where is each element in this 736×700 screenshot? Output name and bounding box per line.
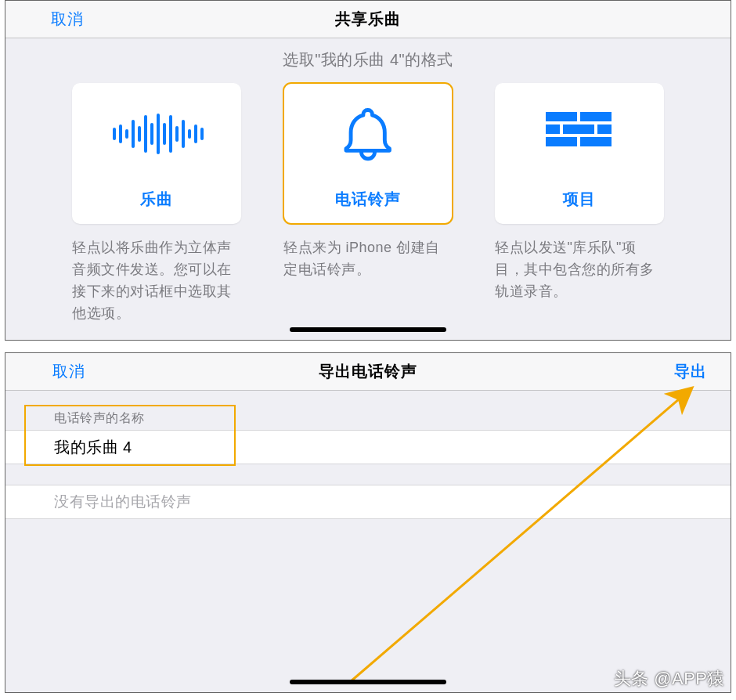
card-project-desc: 轻点以发送"库乐队"项目，其中包含您的所有多轨道录音。: [495, 236, 664, 302]
home-indicator: [290, 680, 446, 684]
cancel-button[interactable]: 取消: [52, 361, 85, 382]
card-song-label: 乐曲: [140, 189, 173, 210]
svg-rect-17: [546, 124, 560, 134]
card-ringtone[interactable]: 电话铃声: [283, 83, 453, 224]
navbar: 取消 导出电话铃声 导出: [5, 353, 731, 391]
no-exported-ringtone-row: 没有导出的电话铃声: [5, 485, 731, 519]
svg-rect-15: [546, 112, 577, 121]
card-project[interactable]: 项目: [495, 83, 664, 224]
page-title: 共享乐曲: [5, 9, 731, 30]
card-ringtone-label: 电话铃声: [335, 189, 401, 210]
export-button[interactable]: 导出: [674, 361, 707, 382]
svg-rect-18: [563, 124, 594, 134]
svg-rect-16: [580, 112, 612, 121]
format-cards-row: 乐曲 轻点以将乐曲作为立体声音频文件发送。您可以在接下来的对话框中选取其他选项。…: [5, 83, 731, 324]
waveform-icon: [72, 83, 241, 185]
card-col-song: 乐曲 轻点以将乐曲作为立体声音频文件发送。您可以在接下来的对话框中选取其他选项。: [72, 83, 241, 324]
watermark: 头条 @APP猿: [614, 667, 725, 691]
ringtone-name-section: 电话铃声的名称 我的乐曲 4: [5, 406, 731, 464]
card-song-desc: 轻点以将乐曲作为立体声音频文件发送。您可以在接下来的对话框中选取其他选项。: [72, 236, 241, 324]
home-indicator: [290, 327, 446, 332]
page-title: 导出电话铃声: [5, 361, 731, 382]
card-ringtone-desc: 轻点来为 iPhone 创建自定电话铃声。: [283, 236, 453, 280]
card-project-label: 项目: [563, 189, 596, 210]
cancel-button[interactable]: 取消: [51, 9, 84, 30]
format-subtitle: 选取"我的乐曲 4"的格式: [5, 49, 731, 70]
svg-rect-19: [597, 124, 612, 134]
card-col-project: 项目 轻点以发送"库乐队"项目，其中包含您的所有多轨道录音。: [495, 83, 664, 324]
export-ringtone-panel: 取消 导出电话铃声 导出 电话铃声的名称 我的乐曲 4 没有导出的电话铃声: [5, 352, 731, 693]
annotation-arrow-icon: [5, 353, 732, 694]
bell-icon: [283, 83, 453, 185]
card-col-ringtone: 电话铃声 轻点来为 iPhone 创建自定电话铃声。: [283, 83, 453, 324]
card-song[interactable]: 乐曲: [72, 83, 241, 224]
bricks-icon: [495, 83, 664, 185]
share-song-panel: 取消 共享乐曲 选取"我的乐曲 4"的格式: [5, 0, 731, 341]
navbar: 取消 共享乐曲: [5, 1, 731, 38]
ringtone-name-input[interactable]: 我的乐曲 4: [5, 430, 731, 464]
ringtone-name-caption: 电话铃声的名称: [54, 410, 145, 427]
svg-rect-21: [580, 137, 612, 146]
svg-rect-20: [546, 137, 577, 146]
